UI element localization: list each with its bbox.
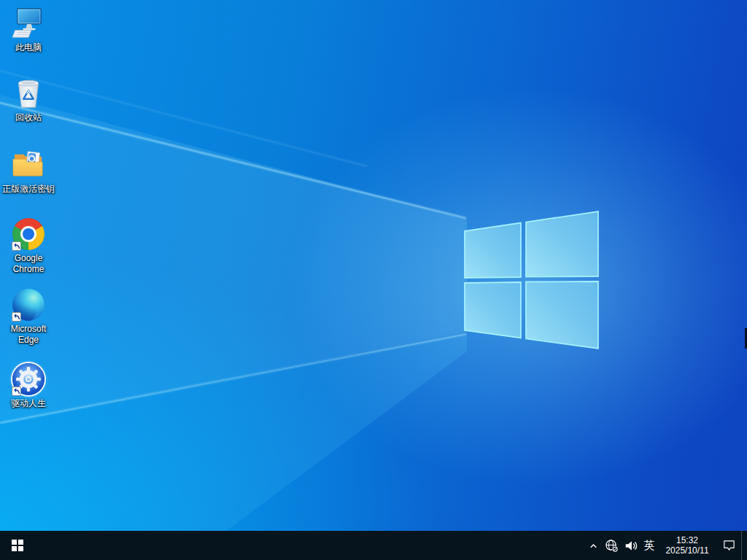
action-center-button[interactable]: [716, 531, 741, 560]
show-desktop-button[interactable]: [741, 531, 747, 560]
light-beam-lower: [0, 0, 467, 531]
desktop-icon-label: Microsoft Edge: [1, 324, 56, 346]
clock-time: 15:32: [676, 535, 698, 545]
light-ray-line: [0, 333, 466, 424]
driver-genius-gear-icon: [11, 362, 46, 397]
desktop-background[interactable]: 此电脑 回收站: [0, 0, 747, 531]
ime-indicator: 英: [644, 539, 655, 553]
hidden-icons-button[interactable]: [584, 531, 602, 560]
windows-start-icon: [12, 540, 23, 551]
chrome-icon: [11, 217, 46, 252]
shortcut-arrow-icon: [12, 312, 21, 322]
desktop-icon-label: 正版激活密钥: [2, 184, 55, 195]
ime-language-button[interactable]: 英: [640, 531, 658, 560]
edge-icon: [11, 287, 46, 322]
speaker-icon: [624, 539, 638, 553]
desktop-icon-driver-genius[interactable]: 驱动人生: [1, 362, 56, 429]
light-ray-line: [0, 102, 466, 219]
taskbar-empty-area[interactable]: [35, 531, 584, 560]
windows-logo-wallpaper: [460, 207, 605, 353]
desktop-icon-microsoft-edge[interactable]: Microsoft Edge: [1, 287, 56, 354]
clock-date: 2025/10/11: [665, 545, 708, 556]
activation-key-folder-icon: [11, 147, 46, 182]
volume-button[interactable]: [621, 531, 640, 560]
desktop-icon-label: Google Chrome: [1, 253, 56, 275]
system-tray: 英 15:32 2025/10/11: [584, 531, 747, 560]
desktop-icon-google-chrome[interactable]: Google Chrome: [1, 217, 56, 284]
desktop-icon-activation-key[interactable]: 正版激活密钥: [1, 147, 56, 214]
windows-desktop-screen: 此电脑 回收站: [0, 0, 747, 560]
taskbar: 英 15:32 2025/10/11: [0, 531, 747, 560]
light-beam: [0, 0, 467, 531]
this-pc-icon: [11, 6, 46, 41]
shortcut-arrow-icon: [12, 241, 21, 251]
chevron-up-icon: [588, 540, 599, 551]
clock-button[interactable]: 15:32 2025/10/11: [658, 531, 716, 560]
recycle-bin-icon: [11, 76, 46, 111]
network-globe-offline-icon: [605, 539, 619, 553]
desktop-icon-label: 驱动人生: [11, 398, 46, 409]
network-status-button[interactable]: [602, 531, 621, 560]
desktop-icon-recycle-bin[interactable]: 回收站: [1, 76, 56, 143]
start-button[interactable]: [0, 531, 35, 560]
action-center-icon: [722, 539, 736, 552]
desktop-icon-label: 此电脑: [15, 42, 42, 53]
desktop-icon-this-pc[interactable]: 此电脑: [1, 6, 56, 73]
shortcut-arrow-icon: [12, 386, 21, 396]
desktop-icon-label: 回收站: [15, 112, 42, 123]
